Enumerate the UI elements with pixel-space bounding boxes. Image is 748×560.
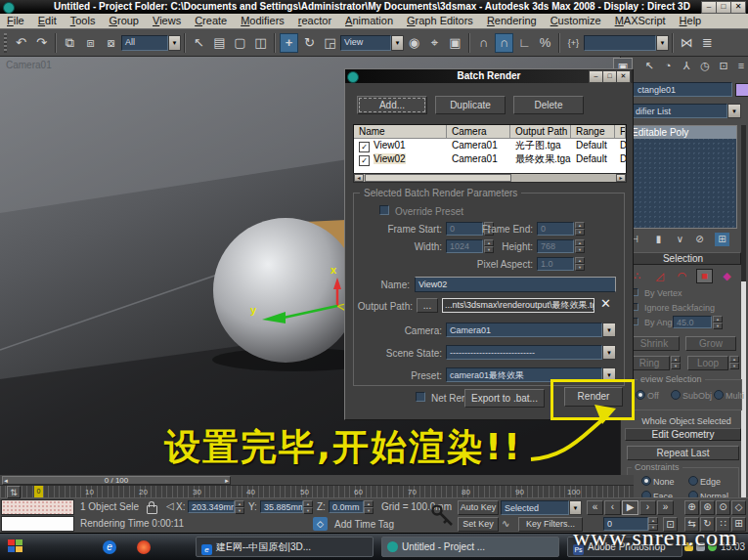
z-spinner[interactable]: ▲▼	[364, 500, 374, 514]
frame-back-icon[interactable]: ◄	[3, 477, 9, 485]
column-range[interactable]: Range	[571, 125, 615, 139]
add-time-tag-text[interactable]: Add Time Tag	[334, 519, 394, 530]
next-frame-icon[interactable]: ›	[639, 500, 656, 515]
keyboard-override-icon[interactable]: ▣	[446, 33, 464, 53]
show-end-result-icon[interactable]: ▮	[651, 233, 666, 246]
ring-spinner[interactable]: ▲▼	[671, 356, 681, 369]
pixel-aspect-field[interactable]: 1.0	[537, 257, 574, 271]
y-spinner[interactable]: ▲▼	[303, 500, 313, 514]
preview-subobj-radio[interactable]	[671, 390, 681, 400]
subobject-edge-icon[interactable]: ◿	[651, 269, 668, 283]
menu-maxscript[interactable]: MAXScript	[608, 14, 673, 26]
maximize-button[interactable]: □	[716, 1, 731, 14]
snap-25d-icon[interactable]: ∩	[495, 33, 513, 53]
batch-render-dialog[interactable]: Batch Render – □ ✕ Add... Duplicate Dele…	[344, 68, 634, 420]
menu-reactor[interactable]: reactor	[291, 14, 338, 26]
row1-checkbox[interactable]: ✓	[359, 142, 370, 152]
select-by-name-icon[interactable]: ▤	[210, 33, 229, 53]
angle-snap-icon[interactable]: ∟	[515, 33, 534, 53]
toolbar-drag-handle[interactable]	[4, 33, 7, 53]
camera-dropdown[interactable]: Camera01	[446, 323, 602, 337]
quicklaunch-ie-icon[interactable]: e	[103, 540, 116, 554]
communicator-cube-icon[interactable]: ◇	[313, 517, 328, 531]
menu-modifiers[interactable]: Modifiers	[234, 14, 291, 26]
current-frame-marker[interactable]: 0	[34, 486, 43, 497]
object-color-swatch[interactable]	[735, 83, 748, 97]
z-coordinate-field[interactable]: 0.0mm	[329, 500, 364, 513]
snap-3d-icon[interactable]: ∩	[474, 33, 493, 53]
selection-rollout-header[interactable]: Selection	[625, 252, 741, 265]
grow-button[interactable]: Grow	[685, 336, 736, 351]
subobject-border-icon[interactable]: ◠	[674, 269, 690, 283]
remove-modifier-icon[interactable]: ⊘	[692, 233, 707, 246]
zoom-extents-icon[interactable]: ⊙	[716, 500, 730, 515]
ring-button[interactable]: Ring	[629, 356, 670, 370]
row2-checkbox[interactable]: ✓	[359, 155, 370, 166]
configure-stack-icon[interactable]: ⊞	[715, 233, 729, 246]
menu-group[interactable]: Group	[102, 14, 146, 26]
go-to-start-icon[interactable]: «	[587, 500, 603, 515]
name-field[interactable]: View02	[415, 277, 616, 292]
by-angle-field[interactable]: 45.0	[673, 316, 712, 328]
loop-button[interactable]: Loop	[687, 356, 728, 370]
list-header[interactable]: Name Camera Output Path Range F	[354, 125, 626, 139]
taskbar-item-3dsmax[interactable]: Untitled - Project ...	[381, 537, 559, 557]
previous-frame-icon[interactable]: ‹	[604, 500, 621, 515]
named-selection-sets-icon[interactable]: {+}	[564, 33, 583, 53]
select-move-icon[interactable]: +	[280, 33, 298, 53]
y-coordinate-field[interactable]: 35.885mm	[260, 500, 303, 513]
window-crossing-icon[interactable]: ◫	[251, 33, 270, 53]
dialog-minimize-icon[interactable]: –	[589, 70, 603, 83]
tab-create-icon[interactable]: ↖	[641, 58, 657, 73]
maxscript-listener-pane[interactable]	[1, 516, 74, 532]
default-in-out-tangent-icon[interactable]: ∿	[502, 518, 509, 529]
dialog-title-bar[interactable]: Batch Render – □ ✕	[345, 69, 633, 83]
select-rotate-icon[interactable]: ↻	[300, 33, 319, 53]
quicklaunch-app-icon[interactable]	[137, 540, 151, 554]
named-selection-dropdown[interactable]	[584, 35, 656, 51]
set-key-button[interactable]: Set Key	[458, 517, 499, 532]
field-of-view-icon[interactable]: ◇	[731, 500, 746, 515]
redo-icon[interactable]: ↷	[32, 33, 51, 53]
menu-create[interactable]: Create	[188, 14, 234, 26]
selection-fil ter-dropdown[interactable]: All	[121, 35, 168, 51]
menu-file[interactable]: File	[0, 14, 31, 26]
duplicate-button[interactable]: Duplicate	[435, 96, 506, 114]
tab-motion-icon[interactable]: ◷	[697, 58, 713, 73]
select-scale-icon[interactable]: ◲	[321, 33, 339, 53]
key-mode-arrow-icon[interactable]: ▼	[569, 500, 582, 515]
preview-off-radio[interactable]	[636, 390, 645, 400]
table-row[interactable]: ✓View02 Camera01 最终效果.tga Default D	[354, 152, 626, 166]
menu-rendering[interactable]: Rendering	[480, 14, 544, 26]
undo-icon[interactable]: ↶	[12, 33, 30, 53]
scroll-left-icon[interactable]: ◄	[354, 174, 364, 182]
edit-geometry-rollout-header[interactable]: Edit Geometry	[625, 428, 741, 441]
panel-scrollbar[interactable]	[741, 125, 746, 536]
x-coordinate-field[interactable]: 203.349mm	[188, 500, 235, 513]
coord-system-dropdown[interactable]: View	[340, 35, 391, 51]
menu-tools[interactable]: Tools	[64, 14, 103, 26]
selection-region-icon[interactable]: ▢	[231, 33, 249, 53]
by-angle-spinner[interactable]: ▲▼	[713, 316, 723, 329]
scene-state-dropdown[interactable]: -----------------------------	[446, 345, 602, 360]
preview-multi-radio[interactable]	[714, 390, 724, 400]
repeat-last-button[interactable]: Repeat Last	[627, 446, 739, 460]
column-output-path[interactable]: Output Path	[510, 125, 571, 139]
column-frame[interactable]: F	[615, 125, 626, 139]
column-name[interactable]: Name	[354, 125, 447, 139]
list-horizontal-scrollbar[interactable]: ◄ ►	[353, 173, 627, 183]
select-manipulate-icon[interactable]: ⌖	[425, 33, 444, 53]
modifier-stack[interactable]: Editable Poly	[627, 125, 737, 229]
stack-item-editable-poly[interactable]: Editable Poly	[628, 126, 736, 139]
select-object-icon[interactable]: ↖	[190, 33, 208, 53]
open-mini-curve-editor-icon[interactable]: ⇅	[7, 486, 21, 498]
pixel-aspect-spinner[interactable]: ▲▼	[575, 257, 585, 271]
maxscript-listener-macro-pane[interactable]	[1, 499, 74, 515]
shrink-button[interactable]: Shrink	[629, 336, 680, 351]
zoom-icon[interactable]: ⊕	[684, 500, 699, 515]
scroll-right-icon[interactable]: ►	[616, 174, 626, 182]
constraint-none-radio[interactable]	[641, 476, 651, 486]
use-pivot-center-icon[interactable]: ◉	[405, 33, 423, 53]
frame-end-spinner[interactable]: ▲▼	[575, 222, 585, 236]
dialog-maximize-icon[interactable]: □	[602, 70, 617, 83]
